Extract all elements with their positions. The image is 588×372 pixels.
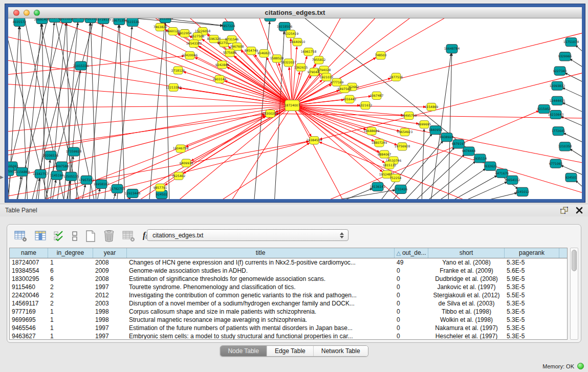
table-cell[interactable]: Changes of HCN gene expression and I(f) …	[127, 258, 395, 267]
graph-node-16640910[interactable]: 16640910	[290, 38, 306, 46]
close-panel-icon[interactable]	[576, 207, 583, 214]
table-cell[interactable]: 1	[48, 324, 93, 332]
table-cell[interactable]: Nakamura et al. (1997)	[428, 324, 505, 332]
graph-node-16648784[interactable]: 16648784	[444, 45, 460, 53]
graph-node-15751074[interactable]: 15751074	[563, 38, 579, 47]
graph-node-1067487[interactable]: 1067487	[370, 92, 384, 99]
column-header-pagerank[interactable]: pagerank	[505, 248, 559, 258]
tab-node-table[interactable]: Node Table	[220, 346, 267, 356]
graph-node-1145194[interactable]: 1145194	[50, 171, 64, 180]
table-cell[interactable]: 0	[395, 291, 428, 299]
rows-icon[interactable]	[72, 231, 78, 242]
graph-node-9227343[interactable]: 9227343	[553, 67, 567, 75]
table-cell[interactable]: 1	[48, 332, 93, 340]
graph-node-17957253[interactable]: 17957253	[79, 176, 95, 184]
column-header-title[interactable]: title	[127, 248, 395, 258]
table-row[interactable]: 977716911998Corpus callosum shape and si…	[10, 308, 567, 316]
graph-node-9474444[interactable]: 9474444	[462, 147, 476, 156]
table-cell[interactable]: 6	[48, 275, 93, 283]
table-cell[interactable]: 5.3E-5	[505, 332, 559, 340]
control-panel-expander-icon[interactable]: ▶	[0, 174, 4, 180]
table-cell[interactable]: 5.5E-5	[505, 291, 559, 299]
table-cell[interactable]: 22420046	[10, 291, 48, 299]
table-row[interactable]: 1872400712008Changes of HCN gene express…	[10, 258, 567, 267]
table-cell[interactable]: Estimation of significance thresholds fo…	[127, 275, 395, 283]
table-cell[interactable]: 2	[48, 291, 93, 299]
table-cell[interactable]: 0	[395, 267, 428, 275]
table-row[interactable]: 969969511998Structural magnetic resonanc…	[10, 316, 567, 324]
graph-node-12505135[interactable]: 12505135	[63, 172, 79, 181]
graph-node-4035572[interactable]: 4035572	[13, 18, 27, 27]
table-row[interactable]: 1456911722003Disruption of a novel membe…	[10, 299, 567, 308]
graph-node-21015334[interactable]: 21015334	[73, 61, 89, 70]
table-cell[interactable]: 2	[48, 283, 93, 291]
table-cell[interactable]: 2	[48, 299, 93, 308]
graph-node-924501[interactable]: 924501	[565, 173, 577, 182]
delete-table-icon[interactable]	[122, 231, 135, 242]
table-row[interactable]: 946554611997Estimation of the future num…	[10, 324, 567, 332]
table-cell[interactable]: 14569117	[10, 299, 48, 308]
table-cell[interactable]: 1	[48, 316, 93, 324]
graph-node-8813054[interactable]: 8813054	[264, 18, 277, 21]
graph-node-16782759[interactable]: 16782759	[110, 184, 125, 193]
graph-node-20206536[interactable]: 20206536	[43, 151, 59, 160]
float-panel-button[interactable]	[560, 206, 569, 214]
table-cell[interactable]: 5.3E-5	[505, 258, 559, 267]
table-cell[interactable]: Estimation of the future numbers of pati…	[127, 324, 395, 332]
table-cell[interactable]: de Silva et al. (2003)	[428, 299, 505, 308]
network-window[interactable]: citations_edges.txt 40355722069140620937…	[5, 4, 585, 202]
table-cell[interactable]: 1997	[93, 283, 127, 291]
graph-node-16958107[interactable]: 16958107	[94, 180, 110, 188]
graph-node-17359928[interactable]: 17359928	[66, 147, 82, 156]
graph-node-10688609[interactable]: 10688609	[364, 127, 380, 135]
graph-node-12444415[interactable]: 12444415	[550, 96, 565, 105]
table-cell[interactable]: Jankovic et al. (1997)	[428, 283, 505, 291]
graph-node-16033809[interactable]: 16033809	[158, 18, 173, 23]
table-cell[interactable]: Disruption of a novel member of a sodium…	[127, 299, 395, 308]
graph-node-2935114[interactable]: 2935114	[473, 154, 487, 163]
graph-node-752254[interactable]: 752254	[390, 174, 402, 182]
window-titlebar[interactable]: citations_edges.txt	[8, 7, 582, 18]
table-cell[interactable]: 0	[395, 308, 428, 316]
table-row[interactable]: 946362711997Embryonic stem cells: a mode…	[10, 332, 567, 340]
graph-node-1772645[interactable]: 1772645	[552, 127, 565, 136]
table-mode-icon[interactable]	[14, 231, 27, 242]
table-cell[interactable]: 1998	[93, 316, 127, 324]
table-row[interactable]: 1830029562008Estimation of significance …	[10, 275, 567, 283]
graph-node-16671358[interactable]: 16671358	[112, 18, 127, 25]
table-cell[interactable]: 5.3E-5	[505, 283, 559, 291]
table-cell[interactable]: Tourette syndrome. Phenomenology and cla…	[127, 283, 395, 291]
graph-node-19218506[interactable]: 19218506	[277, 23, 293, 31]
column-header-out_de[interactable]: △out_de...	[395, 248, 428, 258]
table-cell[interactable]: Embryonic stem cells: a model to study s…	[127, 332, 395, 340]
graph-node-16210643[interactable]: 16210643	[548, 111, 564, 119]
graph-node-1877516[interactable]: 1877516	[389, 73, 403, 81]
graph-node-1840954[interactable]: 1840954	[429, 126, 443, 135]
graph-node-12213383[interactable]: 12213383	[166, 83, 182, 91]
table-cell[interactable]: 1997	[93, 324, 127, 332]
table-row[interactable]: 2242004622012Investigating the contribut…	[10, 291, 567, 299]
table-cell[interactable]: 18300295	[10, 275, 48, 283]
minimize-window-button[interactable]	[24, 10, 30, 16]
scrollbar-thumb[interactable]	[572, 250, 577, 271]
table-cell[interactable]: Tibbo et al. (1998)	[428, 308, 505, 316]
network-canvas[interactable]: 4035572206914062093714106532671527607646…	[8, 18, 582, 199]
graph-node-19654923[interactable]: 19654923	[397, 128, 413, 136]
table-cell[interactable]: 2008	[93, 275, 127, 283]
tab-network-table[interactable]: Network Table	[314, 346, 368, 356]
table-cell[interactable]: 49	[395, 258, 428, 267]
table-cell[interactable]: Stergiakouli et al. (2012)	[428, 291, 505, 299]
table-row[interactable]: 911546021997Tourette syndrome. Phenomeno…	[10, 283, 567, 291]
graph-node-7955812[interactable]: 7955812	[312, 56, 326, 64]
graph-node-12923448[interactable]: 12923448	[125, 189, 141, 198]
graph-node-7632621[interactable]: 7632621	[484, 162, 497, 170]
graph-node-16961758[interactable]: 16961758	[301, 48, 317, 56]
table-cell[interactable]: 19384554	[10, 267, 48, 275]
table-cell[interactable]: Genome-wide association studies in ADHD.	[127, 267, 395, 275]
table-cell[interactable]: Wolkin et al. (1998)	[428, 316, 505, 324]
table-cell[interactable]: Corpus callosum shape and size in male p…	[127, 308, 395, 316]
column-header-in_degree[interactable]: in_degree	[48, 248, 93, 258]
graph-node-7515536[interactable]: 7515536	[126, 18, 140, 27]
table-cell[interactable]: 1997	[93, 332, 127, 340]
table-cell[interactable]: 0	[395, 332, 428, 340]
